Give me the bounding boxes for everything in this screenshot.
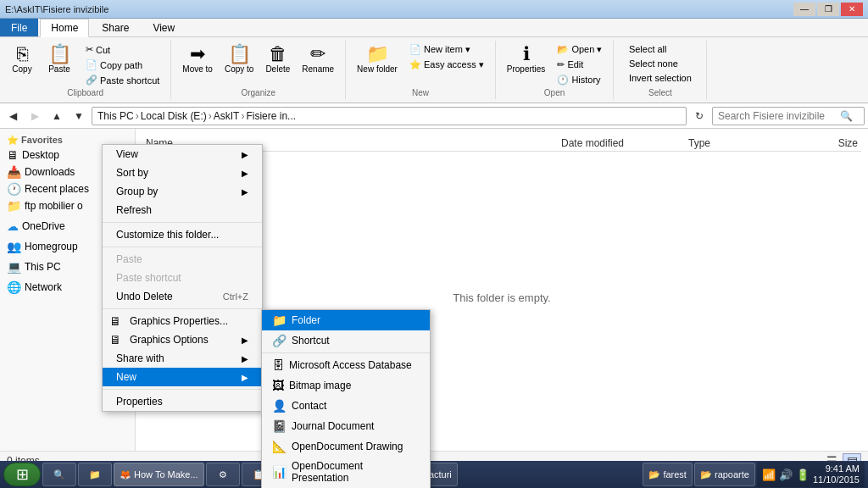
select-group-label: Select <box>648 88 672 97</box>
col-type-header[interactable]: Type <box>688 137 790 149</box>
ctx-group[interactable]: Group by ▶ <box>103 182 262 201</box>
contact-icon: 👤 <box>272 399 287 413</box>
ribbon-group-clipboard: ⎘ Copy 📋 Paste ✂Cut 📄Copy path 🔗Paste sh… <box>0 41 171 99</box>
taskbar-farest[interactable]: 📂 farest <box>643 463 693 486</box>
ribbon-tabs: File Home Share View <box>0 19 868 37</box>
cut-button[interactable]: ✂Cut <box>81 42 164 57</box>
start-button[interactable]: ⊞ <box>3 463 41 486</box>
move-to-button[interactable]: ➡ Move to <box>178 42 217 76</box>
ctx-graphics-props[interactable]: 🖥 Graphics Properties... <box>103 312 262 330</box>
taskbar-rapoarte[interactable]: 📂 rapoarte <box>694 463 755 486</box>
new-folder-ribbon-button[interactable]: 📁 New folder <box>353 42 402 76</box>
new-item-button[interactable]: 📄 New item ▾ <box>405 42 488 57</box>
clipboard-group-label: Clipboard <box>67 88 103 97</box>
ctx-refresh[interactable]: Refresh <box>103 201 262 219</box>
ctx-share-with[interactable]: Share with ▶ <box>103 349 262 368</box>
recent-locations-button[interactable]: ▼ <box>70 107 88 125</box>
network-label: Network <box>25 281 62 293</box>
back-button[interactable]: ◀ <box>3 107 22 125</box>
recent-icon: 🕐 <box>7 182 21 196</box>
edit-ribbon-button[interactable]: ✏ Edit <box>553 58 606 72</box>
select-none-button[interactable]: Select none <box>625 57 696 70</box>
copy-to-button[interactable]: 📋 Copy to <box>220 42 258 76</box>
tab-home[interactable]: Home <box>40 19 89 37</box>
up-button[interactable]: ▲ <box>47 107 66 125</box>
submenu-new-folder[interactable]: 📁 Folder <box>262 310 430 330</box>
thispc-icon: 💻 <box>7 260 21 274</box>
homegroup-label: Homegroup <box>25 241 78 252</box>
copy-button[interactable]: ⎘ Copy <box>7 42 37 76</box>
ctx-customize[interactable]: Customize this folder... <box>103 225 262 244</box>
submenu-contact[interactable]: 👤 Contact <box>262 396 430 416</box>
restore-button[interactable]: ❒ <box>817 3 839 16</box>
new-shortcut-icon: 🔗 <box>272 334 287 347</box>
desktop-icon: 🖥 <box>7 148 19 162</box>
open-dropdown-button[interactable]: 📂 Open ▾ <box>553 42 606 57</box>
tray-battery-icon[interactable]: 🔋 <box>796 469 810 481</box>
access-db-icon: 🗄 <box>272 358 284 372</box>
search-input[interactable] <box>718 110 837 122</box>
thispc-label: This PC <box>25 261 61 273</box>
system-tray: 📶 🔊 🔋 9:41 AM 11/10/2015 <box>757 462 865 487</box>
history-ribbon-button[interactable]: 🕐 History <box>553 73 606 87</box>
window-title: E:\AskIT\Fisiere invizibile <box>5 4 108 14</box>
search-box[interactable]: 🔍 <box>712 107 865 125</box>
forward-button[interactable]: ▶ <box>25 107 44 125</box>
ctx-sep-3 <box>103 308 262 309</box>
clock[interactable]: 9:41 AM 11/10/2015 <box>813 463 860 485</box>
tab-file[interactable]: File <box>0 19 38 36</box>
submenu-od-presentation[interactable]: 📊 OpenDocument Presentation <box>262 457 430 487</box>
clock-time: 9:41 AM <box>813 463 860 474</box>
col-date-header[interactable]: Date modified <box>561 137 688 149</box>
delete-button[interactable]: 🗑 Delete <box>261 42 294 76</box>
paste-shortcut-button[interactable]: 🔗Paste shortcut <box>81 73 164 87</box>
tab-share[interactable]: Share <box>91 19 140 36</box>
taskbar-settings[interactable]: ⚙ <box>206 463 240 486</box>
taskbar-firefox[interactable]: 🦊 How To Make... <box>114 463 204 486</box>
submenu-bitmap[interactable]: 🖼 Bitmap image <box>262 375 430 396</box>
minimize-button[interactable]: — <box>793 3 815 16</box>
ctx-properties[interactable]: Properties <box>103 392 262 411</box>
network-icon: 🌐 <box>7 280 21 294</box>
tray-volume-icon[interactable]: 🔊 <box>779 469 793 481</box>
ctx-sep-4 <box>103 389 262 390</box>
tab-view[interactable]: View <box>142 19 186 36</box>
close-button[interactable]: ✕ <box>841 3 863 16</box>
address-path[interactable]: This PC › Local Disk (E:) › AskIT › Fisi… <box>92 107 687 125</box>
submenu-new-shortcut[interactable]: 🔗 Shortcut <box>262 330 430 351</box>
ctx-graphics-opts[interactable]: 🖥 Graphics Options ▶ <box>103 330 262 349</box>
invert-selection-button[interactable]: Invert selection <box>625 71 696 85</box>
graphics-props-icon: 🖥 <box>109 314 121 328</box>
easy-access-button[interactable]: ⭐ Easy access ▾ <box>405 58 488 72</box>
ribbon-group-open: ℹ Properties 📂 Open ▾ ✏ Edit 🕐 History O… <box>496 41 615 99</box>
taskbar-search[interactable]: 🔍 <box>42 463 76 486</box>
ctx-undo-delete[interactable]: Undo Delete Ctrl+Z <box>103 287 262 306</box>
submenu-access-db[interactable]: 🗄 Microsoft Access Database <box>262 355 430 375</box>
col-size-header[interactable]: Size <box>790 137 858 149</box>
ctx-new[interactable]: New ▶ <box>103 368 262 386</box>
path-fisiere[interactable]: Fisiere in... <box>246 110 296 122</box>
onedrive-icon: ☁ <box>7 219 19 233</box>
taskbar: ⊞ 🔍 📁 🦊 How To Make... ⚙ 📋 🎮 🖥 E:\AskIT\… <box>0 461 868 488</box>
ctx-paste: Paste <box>103 250 262 269</box>
od-pres-icon: 📊 <box>272 465 287 479</box>
refresh-button[interactable]: ↻ <box>690 107 709 125</box>
paste-button[interactable]: 📋 Paste <box>41 42 78 76</box>
taskbar-file-explorer[interactable]: 📁 <box>78 463 112 486</box>
copy-path-button[interactable]: 📄Copy path <box>81 58 164 72</box>
submenu-od-drawing[interactable]: 📐 OpenDocument Drawing <box>262 436 430 457</box>
new-folder-icon: 📁 <box>272 313 287 327</box>
ctx-sep-1 <box>103 222 262 223</box>
submenu-journal[interactable]: 📓 Journal Document <box>262 416 430 436</box>
properties-ribbon-button[interactable]: ℹ Properties <box>503 42 550 76</box>
ctx-sort[interactable]: Sort by ▶ <box>103 164 262 182</box>
ctx-view[interactable]: View ▶ <box>103 145 262 164</box>
ftp-label: ftp mobilier o <box>25 200 83 212</box>
rename-button[interactable]: ✏ Rename <box>298 42 338 76</box>
ribbon-group-organize: ➡ Move to 📋 Copy to 🗑 Delete ✏ Rename Or… <box>171 41 346 99</box>
select-all-button[interactable]: Select all <box>625 42 696 56</box>
path-local-disk[interactable]: Local Disk (E:) <box>141 110 207 122</box>
tray-network-icon[interactable]: 📶 <box>762 469 776 481</box>
path-askit[interactable]: AskIT <box>214 110 240 122</box>
path-this-pc[interactable]: This PC <box>97 110 134 122</box>
